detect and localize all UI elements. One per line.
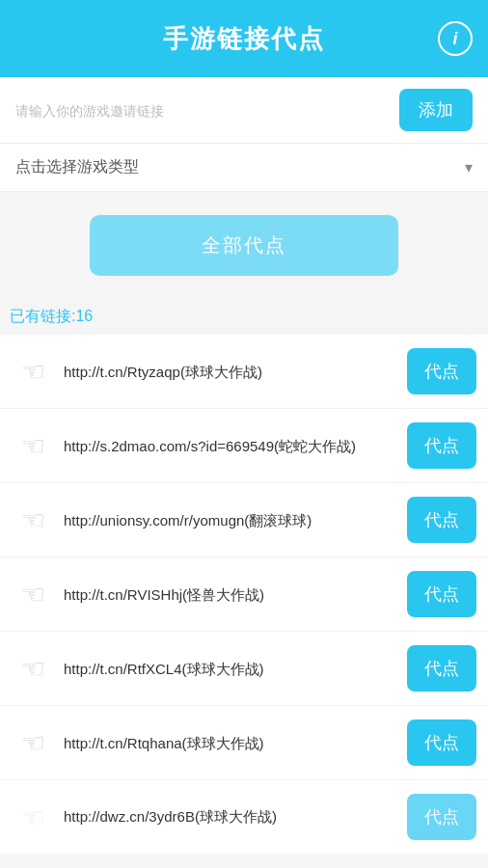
header: 手游链接代点 i bbox=[0, 0, 488, 77]
delegate-button[interactable]: 代点 bbox=[407, 348, 476, 394]
page-title: 手游链接代点 bbox=[163, 22, 325, 56]
hand-icon: ☜ bbox=[12, 424, 54, 467]
info-button[interactable]: i bbox=[438, 21, 473, 56]
link-list: ☜ http://t.cn/Rtyzaqp(球球大作战) 代点 ☜ http:/… bbox=[0, 335, 488, 854]
link-text: http://t.cn/RVISHhj(怪兽大作战) bbox=[64, 584, 397, 605]
add-button[interactable]: 添加 bbox=[399, 89, 473, 131]
hand-icon: ☜ bbox=[12, 350, 54, 393]
list-item-partial: ☜ http://dwz.cn/3ydr6B(球球大作战) 代点 bbox=[0, 780, 488, 854]
delegate-button[interactable]: 代点 bbox=[407, 422, 476, 469]
list-item: ☜ http://s.2dmao.com/s?id=669549(蛇蛇大作战) … bbox=[0, 409, 488, 483]
tab-area: 全部代点 bbox=[0, 192, 488, 299]
list-item: ☜ http://unionsy.com/r/yomugn(翻滚球球) 代点 bbox=[0, 483, 488, 557]
delegate-button[interactable]: 代点 bbox=[407, 571, 476, 617]
list-item: ☜ http://t.cn/RtfXCL4(球球大作战) 代点 bbox=[0, 632, 488, 706]
link-text: http://unionsy.com/r/yomugn(翻滚球球) bbox=[64, 510, 397, 530]
link-text: http://t.cn/RtfXCL4(球球大作战) bbox=[64, 659, 397, 679]
dropdown-label: 点击选择游戏类型 bbox=[15, 157, 139, 177]
list-item: ☜ http://t.cn/Rtyzaqp(球球大作战) 代点 bbox=[0, 335, 488, 409]
hand-icon: ☜ bbox=[12, 499, 54, 541]
game-type-dropdown[interactable]: 点击选择游戏类型 ▾ bbox=[0, 144, 488, 192]
link-text: http://s.2dmao.com/s?id=669549(蛇蛇大作战) bbox=[64, 436, 397, 456]
input-area: 添加 bbox=[0, 77, 488, 144]
chevron-down-icon: ▾ bbox=[465, 158, 473, 176]
list-item: ☜ http://t.cn/RVISHhj(怪兽大作战) 代点 bbox=[0, 557, 488, 632]
link-count-label: 已有链接:16 bbox=[0, 299, 488, 335]
list-item: ☜ http://t.cn/Rtqhana(球球大作战) 代点 bbox=[0, 706, 488, 780]
hand-icon: ☜ bbox=[12, 573, 54, 615]
link-text: http://dwz.cn/3ydr6B(球球大作战) bbox=[64, 808, 397, 827]
hand-icon: ☜ bbox=[12, 647, 54, 690]
link-text: http://t.cn/Rtqhana(球球大作战) bbox=[64, 733, 397, 753]
delegate-button[interactable]: 代点 bbox=[407, 719, 476, 766]
delegate-button[interactable]: 代点 bbox=[407, 794, 476, 840]
hand-icon: ☜ bbox=[12, 721, 54, 764]
url-input[interactable] bbox=[15, 102, 390, 119]
link-text: http://t.cn/Rtyzaqp(球球大作战) bbox=[64, 362, 397, 382]
delegate-button[interactable]: 代点 bbox=[407, 645, 476, 692]
hand-icon: ☜ bbox=[12, 796, 54, 838]
delegate-button[interactable]: 代点 bbox=[407, 497, 476, 543]
all-delegates-tab[interactable]: 全部代点 bbox=[90, 215, 398, 276]
